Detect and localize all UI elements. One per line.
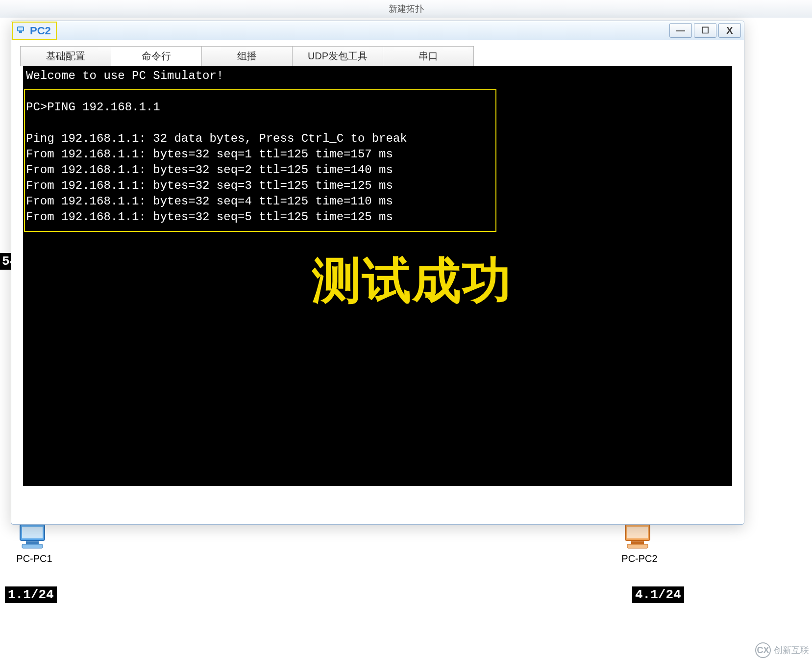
device-pc2[interactable]: PC-PC2 xyxy=(617,523,662,564)
ip-label-pc1: 1.1/24 xyxy=(5,586,57,603)
tab-serial[interactable]: 串口 xyxy=(383,46,474,66)
device-pc1[interactable]: PC-PC1 xyxy=(12,523,56,564)
terminal-line: From 192.168.1.1: bytes=32 seq=2 ttl=125… xyxy=(26,163,393,177)
terminal-line: From 192.168.1.1: bytes=32 seq=1 ttl=125… xyxy=(26,148,393,161)
device-pc1-label: PC-PC1 xyxy=(12,553,56,564)
terminal-line: From 192.168.1.1: bytes=32 seq=4 ttl=125… xyxy=(26,195,393,208)
test-success-annotation: 测试成功 xyxy=(312,272,512,288)
terminal-line: Welcome to use PC Simulator! xyxy=(26,69,223,82)
pc2-window: PC2 — ☐ X 基础配置 命令行 组播 UDP发包工具 串口 Welcome… xyxy=(11,21,744,525)
svg-rect-10 xyxy=(19,31,22,33)
svg-rect-2 xyxy=(26,541,39,544)
tab-udp-tool[interactable]: UDP发包工具 xyxy=(292,46,383,66)
svg-rect-5 xyxy=(627,527,648,538)
device-pc2-label: PC-PC2 xyxy=(617,553,662,564)
pc-icon xyxy=(12,523,56,551)
pc-icon xyxy=(617,523,662,551)
pc2-title: PC2 xyxy=(12,22,57,40)
watermark: CX 创新互联 xyxy=(755,642,809,658)
terminal-line: Ping 192.168.1.1: 32 data bytes, Press C… xyxy=(26,132,407,145)
svg-rect-9 xyxy=(18,27,23,30)
tab-command-line[interactable]: 命令行 xyxy=(111,46,202,66)
terminal-line: PC>PING 192.168.1.1 xyxy=(26,101,160,114)
terminal-output[interactable]: Welcome to use PC Simulator! PC>PING 192… xyxy=(23,66,732,486)
ip-label-pc2: 4.1/24 xyxy=(632,586,684,603)
pc2-tabbar: 基础配置 命令行 组播 UDP发包工具 串口 xyxy=(20,46,744,66)
topology-workspace[interactable]: 54 PC-PC1 PC-PC2 1.1/24 4.1/24 xyxy=(0,18,812,661)
svg-rect-7 xyxy=(627,544,648,548)
svg-rect-1 xyxy=(22,527,43,538)
window-minimize-button[interactable]: — xyxy=(669,23,692,38)
pc2-titlebar[interactable]: PC2 — ☐ X xyxy=(11,21,744,40)
window-maximize-button[interactable]: ☐ xyxy=(694,23,716,38)
tab-basic-config[interactable]: 基础配置 xyxy=(20,46,111,66)
window-close-button[interactable]: X xyxy=(718,23,741,38)
svg-rect-3 xyxy=(22,544,43,548)
watermark-text: 创新互联 xyxy=(774,644,809,656)
app-header: 新建拓扑 xyxy=(0,0,812,18)
app-icon xyxy=(16,25,27,37)
svg-rect-6 xyxy=(631,541,644,544)
terminal-line: From 192.168.1.1: bytes=32 seq=5 ttl=125… xyxy=(26,210,393,224)
tab-multicast[interactable]: 组播 xyxy=(201,46,293,66)
watermark-badge-icon: CX xyxy=(755,642,771,658)
pc2-title-text: PC2 xyxy=(30,25,51,37)
terminal-line: From 192.168.1.1: bytes=32 seq=3 ttl=125… xyxy=(26,179,393,192)
